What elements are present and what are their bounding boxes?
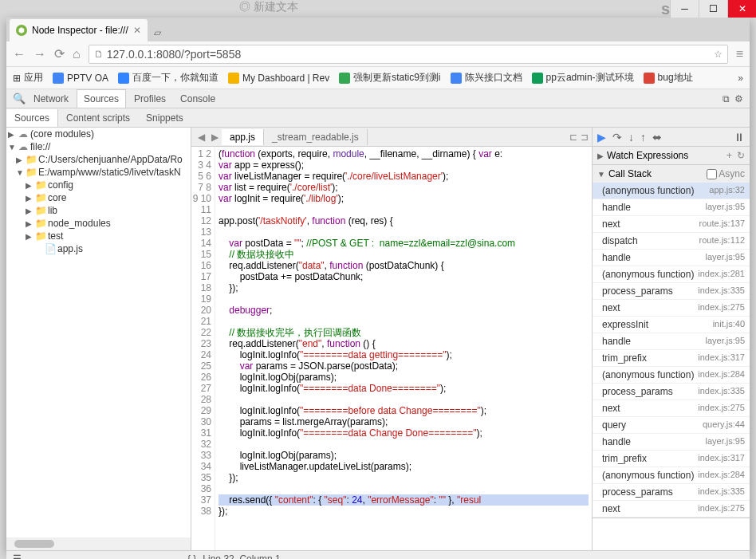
tree-item-core-modules[interactable]: ▶☁(core modules) [6,128,191,140]
folder-icon: 📁 [35,205,46,216]
bookmark-item[interactable]: bug地址 [644,71,693,85]
stack-frame[interactable]: handlelayer.js:95 [593,199,750,216]
forward-button[interactable]: → [33,47,46,61]
reload-button[interactable]: ⟳ [54,46,65,61]
deactivate-breakpoints-button[interactable]: ⬌ [652,131,662,144]
url-text: 127.0.0.1:8080/?port=5858 [107,48,714,61]
stack-frame[interactable]: queryquery.js:44 [593,417,750,434]
code-area[interactable]: 1 2 3 4 5 6 7 8 9 10 11 12 13 14 15 16 1… [191,147,592,550]
tree-item-file[interactable]: ▼☁file:// [6,140,191,153]
new-tab-button[interactable]: ▱ [148,24,167,41]
tree-item-path[interactable]: ▼📁E:/wamp/www/static9/livetv/taskN [6,166,191,179]
home-button[interactable]: ⌂ [73,47,81,61]
minimize-button[interactable]: ─ [670,0,699,18]
stack-location: route.js:137 [699,218,745,230]
stack-frame[interactable]: (anonymous function)index.js:284 [593,467,750,484]
stack-frame[interactable]: dispatchroute.js:112 [593,233,750,250]
snippets-subtab[interactable]: Snippets [138,109,191,127]
step-out-button[interactable]: ↑ [640,131,646,144]
sidebar-scrollbar[interactable] [6,537,191,550]
stack-frame[interactable]: process_paramsindex.js:335 [593,283,750,300]
bookmark-item[interactable]: 陈兴接口文档 [451,71,522,85]
drawer-toggle-icon[interactable]: ⧉ [723,93,730,104]
back-button[interactable]: ← [13,47,26,61]
network-tab[interactable]: Network [27,90,75,108]
stack-frame[interactable]: handlelayer.js:95 [593,434,750,451]
toggle-sidebar-icon[interactable]: ⊏ [569,132,577,143]
settings-icon[interactable]: ⚙ [734,93,743,104]
bookmark-icon [451,73,462,84]
stack-frame[interactable]: process_paramsindex.js:335 [593,484,750,501]
bookmark-icon [228,73,239,84]
bookmark-item[interactable]: 强制更新static9到测i [339,71,440,85]
bookmark-item[interactable]: My Dashboard | Rev [228,73,329,84]
bookmark-item[interactable]: PPTV OA [53,73,108,84]
callstack-header[interactable]: ▼ Call Stack Async [593,165,750,183]
bookmark-item[interactable]: pp云admin-测试环境 [532,71,634,85]
stack-frame[interactable]: trim_prefixindex.js:317 [593,451,750,467]
tree-item-node-modules[interactable]: ▶📁node_modules [6,217,191,230]
tree-item-path[interactable]: ▶📁C:/Users/chenjuanhe/AppData/Ro [6,153,191,166]
maximize-button[interactable]: ☐ [699,0,727,18]
prev-tab-icon[interactable]: ◀ [195,132,208,143]
tree-item-test[interactable]: ▶📁test [6,230,191,242]
url-field[interactable]: 🗋 127.0.0.1:8080/?port=5858 ☆ [89,45,728,64]
bookmark-overflow-button[interactable]: » [738,73,743,84]
editor-tab-appjs[interactable]: app.js [222,129,264,145]
step-into-button[interactable]: ↓ [628,131,634,144]
stack-fn-name: next [602,403,620,414]
apps-button[interactable]: ⊞ 应用 [13,71,43,85]
stack-location: init.js:40 [713,319,745,330]
stack-frame[interactable]: nextindex.js:275 [593,400,750,417]
step-over-button[interactable]: ↷ [612,131,622,144]
stack-frame[interactable]: handlelayer.js:95 [593,250,750,266]
menu-button[interactable]: ≡ [736,47,743,61]
bookmark-icon [339,73,350,84]
sources-tab[interactable]: Sources [77,89,126,108]
resume-button[interactable]: ▶ [597,131,606,144]
stack-frame[interactable]: (anonymous function)app.js:32 [593,183,750,199]
console-toggle-icon[interactable]: ☰ [13,553,22,560]
stack-frame[interactable]: nextindex.js:275 [593,300,750,317]
toggle-panel-icon[interactable]: ⊐ [581,132,589,143]
stack-frame[interactable]: nextindex.js:275 [593,501,750,518]
pretty-print-icon[interactable]: { } [187,553,196,560]
stack-frame[interactable]: process_paramsindex.js:335 [593,384,750,400]
browser-tab[interactable]: ⬢ Node Inspector - file:/// ✕ [10,19,148,41]
stack-frame[interactable]: (anonymous function)index.js:284 [593,367,750,384]
stack-fn-name: (anonymous function) [602,185,694,196]
stack-frame[interactable]: nextroute.js:137 [593,216,750,233]
content-scripts-subtab[interactable]: Content scripts [58,109,138,127]
stack-fn-name: (anonymous function) [602,269,694,280]
tree-item-appjs[interactable]: 📄app.js [6,242,191,255]
next-tab-icon[interactable]: ▶ [208,132,222,143]
stack-frame[interactable]: trim_prefixindex.js:317 [593,350,750,367]
tree-item-core[interactable]: ▶📁core [6,191,191,204]
watch-header[interactable]: ▶ Watch Expressions + ↻ [593,147,750,164]
close-tab-icon[interactable]: ✕ [133,25,141,36]
stack-location: app.js:32 [709,185,745,196]
add-watch-icon[interactable]: + [726,150,732,161]
stack-frame[interactable]: expressInitinit.js:40 [593,317,750,333]
console-tab[interactable]: Console [174,90,222,108]
editor-tab-stream[interactable]: _stream_readable.js [264,129,368,145]
stack-frame[interactable]: handlelayer.js:95 [593,333,750,350]
tree-item-lib[interactable]: ▶📁lib [6,204,191,217]
bookmark-star-icon[interactable]: ☆ [714,49,723,60]
profiles-tab[interactable]: Profiles [128,90,172,108]
folder-icon: 📁 [35,192,46,203]
page-icon: 🗋 [94,49,104,60]
refresh-watch-icon[interactable]: ↻ [737,150,745,161]
stack-frame[interactable]: (anonymous function)index.js:281 [593,266,750,283]
sources-subtab[interactable]: Sources [6,109,58,127]
bookmark-icon [53,73,64,84]
code-content[interactable]: (function (exports, require, module, __f… [215,147,592,550]
inspect-icon[interactable]: 🔍 [13,93,26,104]
pause-exceptions-button[interactable]: ⏸ [734,131,745,144]
apps-icon: ⊞ [13,73,21,84]
close-window-button[interactable]: ✕ [727,0,756,18]
async-checkbox[interactable]: Async [707,168,745,179]
tree-item-config[interactable]: ▶📁config [6,179,191,191]
stack-location: index.js:275 [698,403,745,414]
bookmark-item[interactable]: 百度一下，你就知道 [118,71,219,85]
